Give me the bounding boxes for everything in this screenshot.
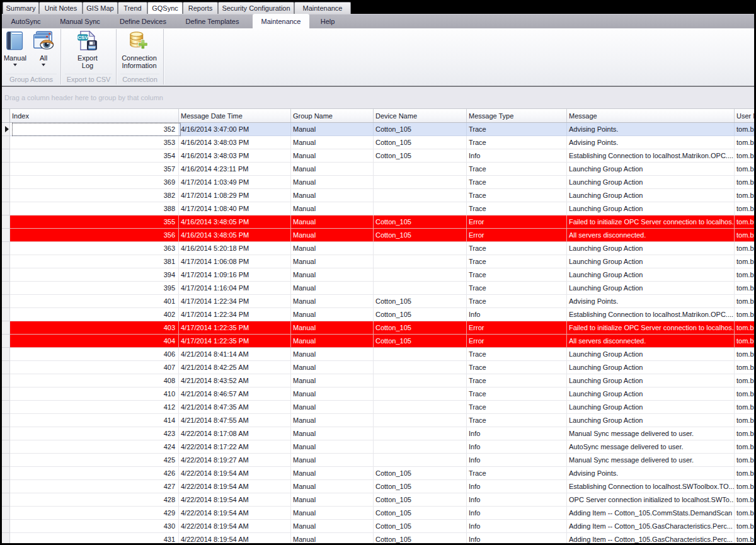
svg-text:CSV: CSV — [77, 35, 88, 40]
